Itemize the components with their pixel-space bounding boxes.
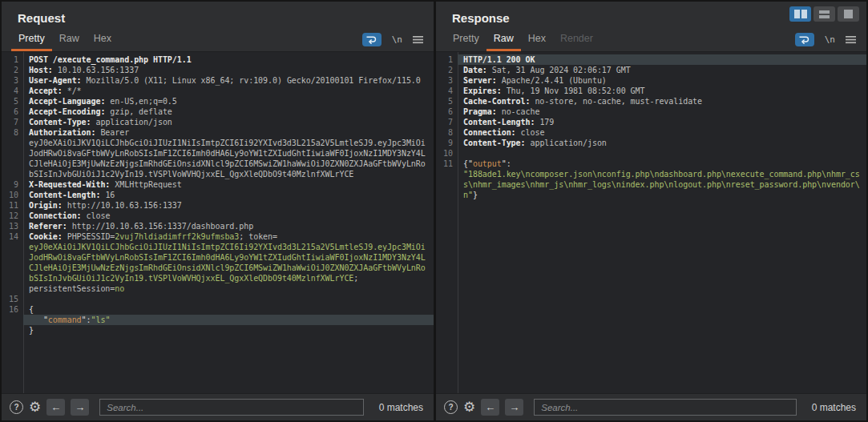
line-number: 2 bbox=[436, 65, 458, 75]
editor-row: s\nhmr_images\nhmr_js\nhmr_logs\nindex.p… bbox=[436, 179, 866, 190]
code-line: bSIsInJvbGUiOiJ1c2VyIn19.tVSPlVoWVHQjxxE… bbox=[23, 273, 434, 283]
editor-row: 7Content-Length: 179 bbox=[436, 117, 866, 127]
editor-menu-icon[interactable] bbox=[846, 35, 856, 44]
layout-single-pane-button[interactable] bbox=[838, 6, 859, 22]
word-wrap-toggle-icon[interactable] bbox=[362, 33, 382, 46]
search-settings-gear-icon[interactable]: ⚙ bbox=[29, 400, 41, 414]
vertical-pane-glyph bbox=[794, 10, 800, 18]
editor-row: 16{ bbox=[2, 304, 434, 315]
line-number: 11 bbox=[2, 200, 23, 211]
line-number bbox=[2, 138, 23, 148]
tab-raw[interactable]: Raw bbox=[486, 29, 521, 51]
match-count-label: 0 matches bbox=[812, 402, 856, 413]
newline-glyphs-toggle[interactable]: \n bbox=[825, 34, 835, 45]
code-line: Server: Apache/2.4.41 (Ubuntu) bbox=[458, 75, 866, 86]
code-line: eyJ0eXAiOiJKV1QiLCJhbGciOiJIUzI1NiIsImtp… bbox=[23, 138, 434, 148]
response-tabs-row: PrettyRawHexRender \n bbox=[436, 29, 866, 52]
line-number: 3 bbox=[436, 75, 458, 86]
match-count-label: 0 matches bbox=[379, 402, 423, 413]
previous-match-button[interactable]: ← bbox=[481, 399, 499, 416]
highlighted-code-line: HTTP/1.1 200 OK bbox=[458, 54, 866, 65]
line-number: 3 bbox=[2, 75, 23, 86]
tab-hex[interactable]: Hex bbox=[87, 29, 119, 51]
line-number bbox=[2, 159, 23, 169]
search-settings-gear-icon[interactable]: ⚙ bbox=[463, 400, 475, 414]
code-line: Authorization: Bearer bbox=[23, 127, 434, 138]
wrap-arrow-icon bbox=[798, 35, 810, 44]
line-number bbox=[2, 242, 23, 252]
line-number bbox=[436, 190, 458, 200]
tab-pretty[interactable]: Pretty bbox=[446, 29, 486, 51]
code-line: Referer: http://10.10.63.156:1337/dashbo… bbox=[23, 221, 434, 231]
line-number: 4 bbox=[436, 86, 458, 96]
editor-row: 2Date: Sat, 31 Aug 2024 02:06:17 GMT bbox=[436, 65, 866, 75]
editor-row: 8Connection: close bbox=[436, 127, 866, 138]
code-line: User-Agent: Mozilla/5.0 (X11; Linux x86_… bbox=[23, 75, 434, 86]
request-editor[interactable]: 1POST /execute_command.php HTTP/1.12Host… bbox=[2, 52, 434, 393]
tab-raw[interactable]: Raw bbox=[52, 29, 87, 51]
line-number bbox=[436, 169, 458, 179]
search-input[interactable] bbox=[534, 399, 796, 416]
code-line: Accept-Encoding: gzip, deflate bbox=[23, 107, 434, 117]
editor-row: 2Host: 10.10.63.156:1337 bbox=[2, 65, 434, 75]
code-line: Cache-Control: no-store, no-cache, must-… bbox=[458, 96, 866, 107]
request-panel: Request PrettyRawHex \n 1POST /execute_c… bbox=[2, 2, 434, 420]
tab-hex[interactable]: Hex bbox=[521, 29, 553, 51]
line-number bbox=[2, 252, 23, 263]
editor-row: 9X-Requested-With: XMLHttpRequest bbox=[2, 179, 434, 190]
code-line: Origin: http://10.10.63.156:1337 bbox=[23, 200, 434, 211]
line-number: 1 bbox=[2, 54, 23, 65]
code-line: s\nhmr_images\nhmr_js\nhmr_logs\nindex.p… bbox=[458, 179, 866, 190]
help-icon[interactable]: ? bbox=[10, 400, 23, 414]
editor-row: 4Expires: Thu, 19 Nov 1981 08:52:00 GMT bbox=[436, 86, 866, 96]
line-number bbox=[2, 263, 23, 273]
line-number bbox=[2, 283, 23, 294]
code-line: "188ade1.key\ncomposer.json\nconfig.php\… bbox=[458, 169, 866, 179]
editor-row: 15 bbox=[2, 294, 434, 304]
help-icon[interactable]: ? bbox=[444, 400, 458, 414]
next-match-button[interactable]: → bbox=[71, 399, 89, 416]
editor-row: eyJ0eXAiOiJKV1QiLCJhbGciOiJIUzI1NiIsImtp… bbox=[2, 138, 434, 148]
highlighted-code-line: "command":"ls" bbox=[23, 315, 434, 325]
editor-row: 9Content-Type: application/json bbox=[436, 138, 866, 148]
code-line bbox=[458, 148, 866, 159]
editor-row: 11{"output": bbox=[436, 159, 866, 169]
editor-row: bSIsInJvbGUiOiJ1c2VyIn19.tVSPlVoWVHQjxxE… bbox=[2, 273, 434, 283]
response-editor[interactable]: 1HTTP/1.1 200 OK2Date: Sat, 31 Aug 2024 … bbox=[436, 52, 866, 393]
next-match-button[interactable]: → bbox=[505, 399, 523, 416]
line-number bbox=[436, 179, 458, 190]
code-line: { bbox=[23, 304, 434, 315]
editor-row: 12Connection: close bbox=[2, 211, 434, 221]
code-line bbox=[23, 294, 434, 304]
single-pane-glyph bbox=[844, 10, 853, 18]
code-line: CJleHAiOjE3MjUwNzEzNjgsImRhdGEiOnsidXNlc… bbox=[23, 159, 434, 169]
search-input[interactable] bbox=[99, 399, 363, 416]
code-line: Content-Type: application/json bbox=[23, 117, 434, 127]
line-number bbox=[2, 169, 23, 179]
editor-row: "command":"ls" bbox=[2, 315, 434, 325]
previous-match-button[interactable]: ← bbox=[46, 399, 65, 416]
layout-top-bottom-button[interactable] bbox=[813, 6, 835, 22]
editor-row: eyJ0eXAiOiJKV1QiLCJhbGciOiJIUzI1NiIsImtp… bbox=[2, 242, 434, 252]
response-panel: Response PrettyRawHexRender \n 1HTTP/1.1… bbox=[436, 2, 866, 420]
line-number: 13 bbox=[2, 221, 23, 231]
line-number: 9 bbox=[2, 179, 23, 190]
word-wrap-toggle-icon[interactable] bbox=[795, 33, 814, 46]
line-number bbox=[2, 315, 23, 325]
request-search-bar: ? ⚙ ← → 0 matches bbox=[2, 393, 434, 420]
layout-side-by-side-button[interactable] bbox=[789, 6, 811, 22]
editor-menu-icon[interactable] bbox=[413, 35, 423, 44]
code-line: JodHRwOi8vaGFtbWVyLnRobSIsImF1ZCI6Imh0dH… bbox=[23, 148, 434, 159]
code-line: Content-Length: 16 bbox=[23, 190, 434, 200]
code-line: Connection: close bbox=[23, 211, 434, 221]
line-number: 11 bbox=[436, 159, 458, 169]
editor-row: 8Authorization: Bearer bbox=[2, 127, 434, 138]
code-line: Host: 10.10.63.156:1337 bbox=[23, 65, 434, 75]
code-line: POST /execute_command.php HTTP/1.1 bbox=[23, 54, 434, 65]
line-number: 5 bbox=[2, 96, 23, 107]
horizontal-pane-glyph bbox=[819, 10, 830, 14]
editor-row: 5Accept-Language: en-US,en;q=0.5 bbox=[2, 96, 434, 107]
tab-pretty[interactable]: Pretty bbox=[11, 29, 52, 51]
line-number: 6 bbox=[2, 107, 23, 117]
newline-glyphs-toggle[interactable]: \n bbox=[392, 34, 402, 45]
